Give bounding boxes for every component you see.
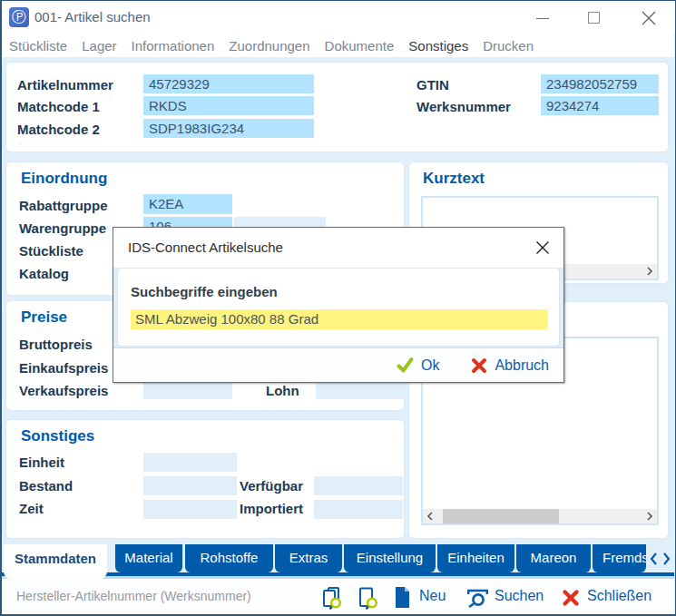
menu-item-lager[interactable]: Lager <box>82 38 116 54</box>
dialog-title: IDS-Connect Artikelsuche <box>128 240 283 255</box>
warengruppe-label: Warengruppe <box>19 220 106 236</box>
minimize-button[interactable] <box>536 18 549 19</box>
close-button[interactable] <box>641 10 657 26</box>
menu-item-stueckliste[interactable]: Stückliste <box>9 38 67 54</box>
artikelnummer-label: Artikelnummer <box>17 77 113 93</box>
tab-einstellung[interactable]: Einstellung <box>344 544 436 572</box>
matchcode1-field[interactable]: RKDS <box>143 96 314 115</box>
tab-material[interactable]: Material <box>115 544 182 572</box>
dialog-title-bar: IDS-Connect Artikelsuche <box>113 228 563 268</box>
einheit-field[interactable] <box>143 453 237 472</box>
tabs-scroll-right-icon[interactable] <box>661 551 672 567</box>
tab-extras[interactable]: Extras <box>275 544 342 572</box>
menu-item-drucken[interactable]: Drucken <box>483 38 534 54</box>
scroll-right-icon[interactable] <box>645 511 654 522</box>
app-window: Ⓟ 001- Artikel suchen Stückliste Lager I… <box>0 0 676 616</box>
schliessen-x-icon[interactable] <box>562 589 580 607</box>
dialog-close-icon[interactable] <box>535 240 550 255</box>
dialog-inner-panel: Suchbegriffe eingeben SML Abzweig 100x80… <box>117 268 560 347</box>
header-fields-panel: Artikelnummer 45729329 Matchcode 1 RKDS … <box>5 62 669 152</box>
werksnummer-label: Werksnummer <box>416 99 511 114</box>
tab-einheiten[interactable]: Einheiten <box>437 544 514 572</box>
einheit-label: Einheit <box>19 455 64 470</box>
tabs-scroll-left-icon[interactable] <box>648 551 659 567</box>
verfuegbar-label: Verfügbar <box>240 478 303 494</box>
statusbar-hint: Hersteller-Artikelnummer (Werksnummer) <box>16 589 251 603</box>
einordnung-heading: Einordnung <box>21 170 107 188</box>
zeit-field[interactable] <box>143 500 237 519</box>
langtext-scroll-thumb[interactable] <box>443 509 559 523</box>
bestand-field[interactable] <box>143 476 237 495</box>
importiert-field[interactable] <box>314 500 403 519</box>
ok-button[interactable]: Ok <box>421 357 439 374</box>
bestand-label: Bestand <box>19 478 73 494</box>
search-icon[interactable] <box>465 589 491 608</box>
preise-heading: Preise <box>21 308 67 327</box>
matchcode1-label: Matchcode 1 <box>17 99 100 114</box>
sonstiges-heading: Sonstiges <box>21 427 94 445</box>
ok-check-icon[interactable] <box>397 357 414 374</box>
zeit-label: Zeit <box>19 501 44 516</box>
tab-fremdsp[interactable]: Fremdsp <box>593 544 646 572</box>
gtin-field[interactable]: 234982052759 <box>541 74 659 93</box>
kurztext-heading: Kurztext <box>423 170 485 188</box>
verfuegbar-field[interactable] <box>314 476 403 495</box>
gtin-label: GTIN <box>416 77 449 93</box>
abbruch-button[interactable]: Abbruch <box>495 357 549 374</box>
suchen-button[interactable]: Suchen <box>495 588 544 604</box>
matchcode2-field[interactable]: SDP1983IG234 <box>143 119 314 138</box>
dialog-body: Suchbegriffe eingeben SML Abzweig 100x80… <box>113 268 563 348</box>
lohn-label: Lohn <box>266 383 299 398</box>
dialog-search-input[interactable]: SML Abzweig 100x80 88 Grad <box>131 309 548 329</box>
langtext-scrollbar[interactable] <box>423 509 657 523</box>
verkaufspreis-label: Verkaufspreis <box>19 383 108 398</box>
katalog-label: Katalog <box>19 266 69 281</box>
ids-connect-dialog: IDS-Connect Artikelsuche Suchbegriffe ei… <box>113 227 564 383</box>
doc-search-icon[interactable] <box>358 587 379 610</box>
menu-item-informationen[interactable]: Informationen <box>132 38 215 54</box>
menu-item-dokumente[interactable]: Dokumente <box>325 38 395 54</box>
title-bar: Ⓟ 001- Artikel suchen <box>0 0 676 34</box>
rabattgruppe-label: Rabattgruppe <box>19 198 108 213</box>
sonstiges-panel: Sonstiges Einheit Bestand Zeit Verfügbar… <box>5 419 405 539</box>
cancel-x-icon[interactable] <box>471 357 487 374</box>
tab-mareon[interactable]: Mareon <box>516 544 591 572</box>
scroll-left-icon[interactable] <box>426 511 435 522</box>
dialog-prompt: Suchbegriffe eingeben <box>131 284 278 299</box>
matchcode2-label: Matchcode 2 <box>17 122 100 137</box>
tab-stammdaten[interactable]: Stammdaten <box>4 544 107 579</box>
tab-rohstoffe[interactable]: Rohstoffe <box>185 544 273 572</box>
artikelnummer-field[interactable]: 45729329 <box>143 74 314 93</box>
menu-bar: Stückliste Lager Informationen Zuordnung… <box>2 34 674 57</box>
neu-button[interactable]: Neu <box>419 588 446 604</box>
menu-item-sonstiges[interactable]: Sonstiges <box>408 38 468 54</box>
new-doc-icon[interactable] <box>394 586 411 609</box>
stueckliste-label: Stückliste <box>19 243 83 259</box>
app-icon: Ⓟ <box>9 7 29 27</box>
scroll-right-icon[interactable] <box>645 266 654 277</box>
dialog-footer: Ok Abbruch <box>113 347 563 382</box>
schliessen-button[interactable]: Schließen <box>587 588 652 604</box>
einkaufspreis-label: Einkaufspreis <box>19 360 108 376</box>
bruttopreis-label: Bruttopreis <box>19 337 93 352</box>
werksnummer-field[interactable]: 9234274 <box>541 96 659 115</box>
maximize-button[interactable] <box>588 12 600 24</box>
importiert-label: Importiert <box>240 501 303 516</box>
status-bar: Hersteller-Artikelnummer (Werksnummer) N… <box>2 579 674 614</box>
menu-item-zuordnungen[interactable]: Zuordnungen <box>229 38 309 54</box>
rabattgruppe-field[interactable]: K2EA <box>143 194 232 214</box>
copy-search-icon[interactable] <box>322 587 344 610</box>
window-title: 001- Artikel suchen <box>34 9 151 24</box>
